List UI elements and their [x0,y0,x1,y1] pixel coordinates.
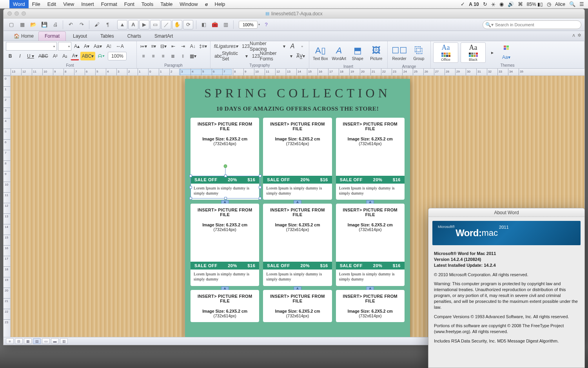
select-tool[interactable]: ▲ [117,20,127,29]
product-card[interactable]: INSERT> PICTURE FROM FILEImage Size: 6.2… [336,204,405,286]
resize-handle[interactable] [259,175,261,177]
undo-button[interactable]: ↶ [66,20,75,29]
rotate-tool[interactable]: ⟳ [183,20,193,29]
about-word-dialog[interactable]: About Word Microsoft® Word: mac 2011 Mic… [428,208,585,368]
menu-format[interactable]: Format [98,0,121,8]
distribute-button[interactable]: ⫴ [178,52,187,60]
dropbox-icon[interactable]: ⌘ [518,1,523,7]
number-spacing-button[interactable]: 1͏2͏3 Number Spacing ▾ [240,42,287,51]
indent-button[interactable]: ⇥ [179,42,187,51]
change-case-button[interactable]: Aa▾ [92,42,103,51]
justify-button[interactable]: ≣ [169,52,177,60]
ribbon-settings[interactable]: ✲ [577,33,581,38]
templates-button[interactable]: ▦ [18,20,27,29]
window-titlebar[interactable]: ▤ linesshetid17-Aqua.docx [4,9,584,18]
clock-icon[interactable]: ◷ [547,1,551,7]
kerning-button[interactable]: A̅V̲▾ [295,52,307,60]
menu-font[interactable]: Font [121,0,138,8]
sidebar-toggle[interactable]: ◧ [199,20,209,29]
script-menu[interactable]: 𝛔 [201,0,211,8]
resize-handle[interactable] [224,197,227,200]
menu-table[interactable]: Table [157,0,176,8]
tab-layout[interactable]: Layout [67,31,93,41]
search-input[interactable] [495,22,578,27]
menu-insert[interactable]: Insert [78,0,98,8]
save-button[interactable]: 💾 [40,20,49,29]
font-color-button[interactable]: A▾ [71,52,79,60]
view-print[interactable]: ▤ [33,338,41,344]
theme-black[interactable]: Aa Black [461,42,486,63]
reorder-button[interactable]: ☐☐Reorder [390,42,408,64]
clear-format-button[interactable]: A⃠ [105,42,113,51]
numbering-button[interactable]: ≡▾ [149,42,158,51]
strike-button[interactable]: ABC [37,52,50,60]
multilevel-button[interactable]: ⊟▾ [159,42,168,51]
bluetooth-icon[interactable]: ⚹ [491,1,495,7]
text-effects-button[interactable]: ᗩ▾ [96,52,107,60]
highlight-button[interactable]: ABC▾ [80,52,96,60]
redo-button[interactable]: ↷ [77,20,86,29]
document-search[interactable]: 🔍▾ [483,20,581,29]
font-name-select[interactable]: ▾ [6,42,57,51]
menu-window[interactable]: Window [176,0,201,8]
gallery-button[interactable]: ▥ [221,20,230,29]
picture-button[interactable]: 🖼Picture [368,42,385,64]
product-card[interactable]: INSERT> PICTURE FROM FILEImage Size: 6.2… [263,290,332,322]
tab-home[interactable]: 🏠 Home [9,32,38,41]
ruler-horizontal[interactable]: 1312111098765432101234567891011121314151… [4,69,584,76]
superscript-button[interactable]: A² [51,52,60,60]
italic-button[interactable]: I [16,52,24,60]
media-tool[interactable]: ▶ [139,20,149,29]
bold-button[interactable]: B [6,52,15,60]
resize-handle[interactable] [189,197,192,200]
zoom-input[interactable] [239,21,258,29]
shape-button[interactable]: ⬒Shape [349,42,367,64]
menu-file[interactable]: File [29,0,44,8]
view-focus[interactable]: ▬ [51,338,59,344]
view-draft[interactable]: ≡ [6,338,14,344]
font-size-select[interactable]: ▾ [58,42,71,51]
app-menu[interactable]: Word [9,0,29,8]
product-card[interactable]: INSERT> PICTURE FROM FILEImage Size: 6.2… [336,118,405,200]
toolbox-button[interactable]: 🧰 [210,20,220,29]
align-left-button[interactable]: ≡ [139,52,148,60]
volume-icon[interactable]: 🔊 [508,1,514,7]
sync-icon[interactable]: ✓ [461,1,465,7]
font-styles-button[interactable]: A [288,42,297,51]
resize-handle[interactable] [189,186,192,189]
battery-status[interactable]: 85% ▮▯ [527,2,543,7]
textbox-button[interactable]: A▯Text Box [312,42,329,64]
underline-button[interactable]: U ▾ [25,52,36,60]
minimize-button[interactable] [15,11,19,16]
number-forms-button[interactable]: 1͏2͏3 Number Forms ▾ [250,52,294,60]
theme-fonts-button[interactable]: Aa▾ [501,53,512,62]
resize-handle[interactable] [189,175,192,177]
char-spacing-button[interactable]: ↔A [114,42,125,51]
rotate-handle[interactable] [224,164,227,168]
line-spacing-button[interactable]: ‡≡▾ [198,42,208,51]
help-button[interactable]: ? [261,20,271,29]
hand-tool[interactable]: ✋ [172,20,182,29]
ligatures-button[interactable]: fi Ligatures ▾ [213,42,239,51]
line-tool[interactable]: ／ [161,20,171,29]
tab-charts[interactable]: Charts [121,31,147,41]
theme-colors-button[interactable] [501,43,512,52]
tab-smartart[interactable]: SmartArt [148,31,179,41]
open-button[interactable]: 📂 [29,20,38,29]
theme-office[interactable]: Aa Office [433,42,458,63]
shape-tool[interactable]: ▭ [150,20,160,29]
close-button[interactable] [7,11,12,16]
subscript-button[interactable]: A₂ [61,52,69,60]
align-right-button[interactable]: ≡ [159,52,167,60]
menu-help[interactable]: Help [211,0,229,8]
product-card[interactable]: INSERT> PICTURE FROM FILEImage Size: 6.2… [263,118,332,200]
resize-handle[interactable] [224,175,227,177]
outdent-button[interactable]: ⇤ [169,42,178,51]
zoom-button[interactable] [22,11,26,16]
font-panel-button[interactable]: ▫ [298,42,307,51]
font-zoom-input[interactable] [108,52,127,60]
timemachine-icon[interactable]: ↻ [483,1,487,7]
group-button[interactable]: ⿻Group [410,42,428,64]
align-center-button[interactable]: ≡ [149,52,158,60]
shading-button[interactable]: ▦▾ [188,52,198,60]
